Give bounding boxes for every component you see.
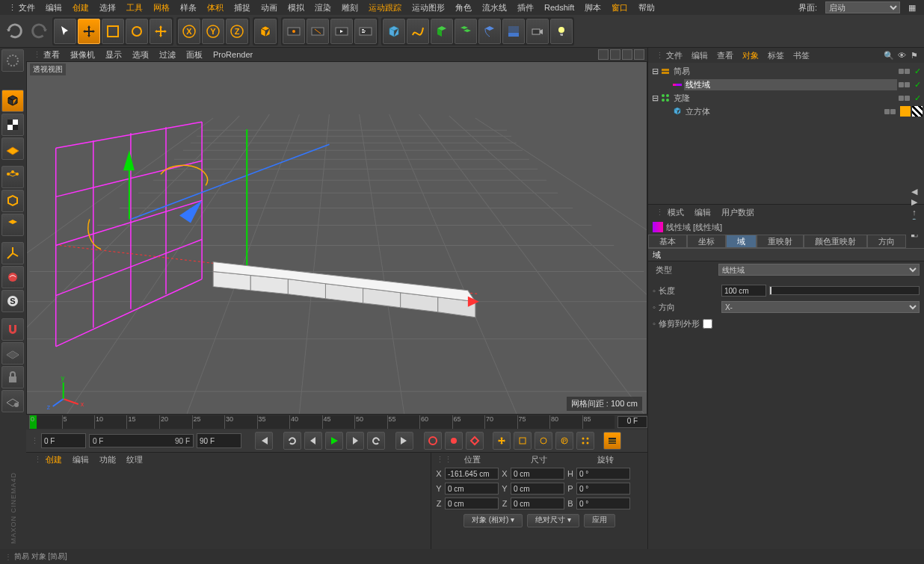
vp-nav3-icon[interactable] (622, 49, 632, 60)
coord-mode-button[interactable]: 对象 (相对) ▾ (463, 514, 523, 527)
prev-frame-button[interactable] (304, 432, 322, 450)
attr-tab[interactable]: 颜色重映射 (804, 235, 867, 248)
menu-help[interactable]: 帮助 (633, 1, 660, 15)
layout-icon[interactable]: ▦ (903, 1, 921, 14)
check-icon[interactable]: ✓ (914, 66, 921, 76)
coord-apply-button[interactable]: 应用 (584, 514, 615, 527)
key-param-button[interactable]: P (555, 432, 573, 450)
om-edit[interactable]: 编辑 (689, 50, 711, 61)
mat-func[interactable]: 功能 (96, 454, 119, 465)
vp-view[interactable]: 查看 (40, 49, 64, 61)
menu-window[interactable]: 窗口 (606, 1, 633, 15)
tree-row[interactable]: 立方体 (650, 105, 923, 118)
om-object[interactable]: 对象 (739, 50, 762, 61)
coord-size-mode-button[interactable]: 绝对尺寸 ▾ (527, 514, 579, 527)
menu-mesh[interactable]: 网格 (148, 1, 175, 15)
autokey-button[interactable] (445, 432, 463, 450)
search-icon[interactable]: 🔍 (884, 50, 894, 61)
check-icon[interactable]: ✓ (914, 80, 921, 90)
expand-icon[interactable]: ⊟ (651, 93, 659, 103)
attr-edit[interactable]: 编辑 (692, 207, 714, 218)
make-editable-button[interactable] (1, 49, 24, 72)
undo-button[interactable] (4, 21, 25, 42)
move-tool[interactable] (78, 19, 100, 44)
goto-end-button[interactable] (395, 432, 413, 450)
rot-P-input[interactable] (576, 483, 630, 495)
om-view[interactable]: 查看 (714, 50, 736, 61)
range-slider[interactable]: 0 F90 F (89, 434, 194, 447)
menu-anim[interactable]: 动画 (256, 1, 283, 15)
om-tags[interactable]: 标签 (765, 50, 787, 61)
deformer-button[interactable] (478, 19, 501, 44)
axis-z-button[interactable]: Z (226, 19, 248, 44)
key-scale-button[interactable] (514, 432, 532, 450)
menu-create[interactable]: 创建 (67, 1, 94, 15)
object-name[interactable]: 克隆 (672, 93, 897, 104)
prop-length-slider[interactable] (769, 286, 920, 295)
point-mode-button[interactable] (1, 166, 24, 188)
attr-tab[interactable]: 坐标 (687, 235, 726, 248)
tag-icon[interactable] (912, 106, 923, 117)
vp-nav4-icon[interactable] (634, 49, 644, 60)
key-rot-button[interactable] (535, 432, 552, 450)
om-bookmark[interactable]: 书签 (790, 50, 813, 61)
menu-script[interactable]: 脚本 (579, 1, 606, 15)
menu-sim[interactable]: 模拟 (283, 1, 309, 15)
render-pv-button[interactable] (330, 19, 353, 44)
texture-mode-button[interactable] (1, 114, 24, 136)
poly-mode-button[interactable] (1, 214, 24, 236)
vp-display[interactable]: 显示 (102, 49, 126, 61)
mat-create[interactable]: 创建 (43, 454, 65, 465)
attr-tab[interactable]: 基本 (648, 235, 687, 248)
locked-wp-button[interactable] (1, 390, 24, 412)
menu-tools[interactable]: 工具 (121, 1, 148, 15)
menu-file[interactable]: 文件 (13, 1, 40, 15)
vp-options[interactable]: 选项 (129, 49, 153, 61)
render-region-button[interactable] (307, 19, 329, 44)
workplane-mode-button[interactable] (1, 137, 24, 160)
menu-redshift[interactable]: Redshift (539, 1, 579, 13)
viewport-solo-button[interactable] (1, 266, 24, 288)
camera-button[interactable] (526, 19, 549, 44)
spline-button[interactable] (407, 19, 429, 44)
vis-dot[interactable] (884, 109, 890, 114)
axis-y-button[interactable]: Y (202, 19, 224, 44)
nav-fwd-icon[interactable]: ▶ (909, 196, 920, 207)
menu-char[interactable]: 角色 (450, 1, 477, 15)
keyframe-button[interactable] (466, 432, 484, 450)
filter-icon[interactable]: ⚑ (909, 50, 920, 61)
menu-sculpt[interactable]: 雕刻 (336, 1, 363, 15)
object-name[interactable]: 线性域 (684, 79, 897, 90)
tree-row[interactable]: ⊟ 简易 ✓ (650, 64, 923, 78)
timeline-ruler[interactable]: 051015202530354045505560657075808590 (29, 415, 615, 429)
instance-button[interactable] (455, 19, 477, 44)
snap-button[interactable]: S (1, 290, 24, 312)
menu-spline[interactable]: 样条 (175, 1, 202, 15)
attr-tab[interactable]: 方向 (867, 235, 906, 248)
om-file[interactable]: 文件 (663, 50, 686, 61)
vp-prorender[interactable]: ProRender (209, 50, 256, 59)
frame-start-field[interactable]: 0 F (41, 433, 86, 448)
attr-mode[interactable]: 模式 (665, 207, 687, 218)
menu-render[interactable]: 渲染 (309, 1, 336, 15)
ui-layout-select[interactable]: 启动 (825, 1, 900, 13)
next-frame-button[interactable] (346, 432, 364, 450)
rotate-tool[interactable] (126, 19, 148, 44)
mat-edit[interactable]: 编辑 (70, 454, 92, 465)
rot-H-input[interactable] (576, 468, 630, 480)
pos-X-input[interactable] (445, 468, 499, 480)
vp-camera[interactable]: 摄像机 (67, 49, 99, 61)
vp-panel[interactable]: 面板 (182, 49, 206, 61)
vis-dot[interactable] (899, 82, 904, 87)
prop-length-input[interactable] (721, 285, 766, 297)
magnet-button[interactable] (1, 318, 24, 341)
scale-tool[interactable] (102, 19, 124, 44)
menu-snap[interactable]: 捕捉 (229, 1, 256, 15)
attr-tab[interactable]: 重映射 (757, 235, 804, 248)
vis-dot[interactable] (905, 82, 910, 87)
size-X-input[interactable] (511, 468, 564, 480)
menu-edit[interactable]: 编辑 (40, 1, 67, 15)
mat-tex[interactable]: 纹理 (123, 454, 146, 465)
expand-icon[interactable]: ⊟ (651, 66, 659, 76)
render-settings-button[interactable] (354, 19, 377, 44)
